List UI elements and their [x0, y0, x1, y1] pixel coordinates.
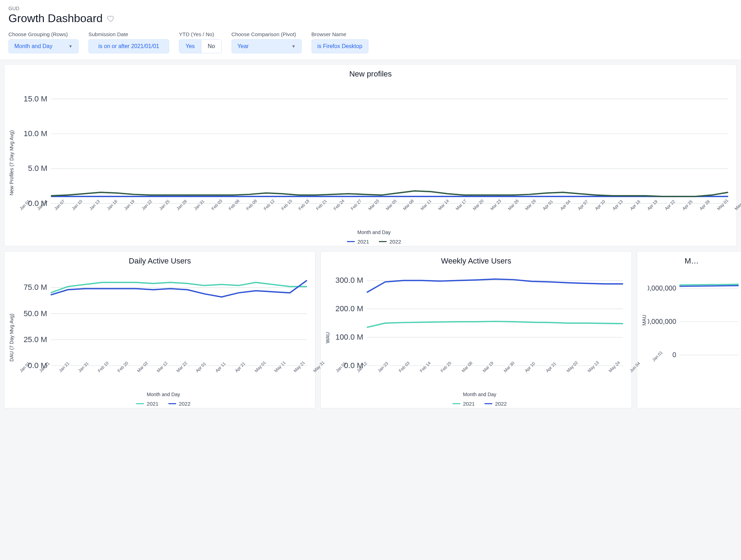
svg-text:100.0 M: 100.0 M: [335, 333, 363, 341]
chart-legend: 2021 2022: [331, 401, 628, 407]
x-axis-ticks: Jan 01Jan 11Jan 21Jan 31Feb 10Feb 20Mar …: [15, 369, 312, 382]
favorite-heart-icon[interactable]: [107, 15, 115, 22]
svg-text:300.0 M: 300.0 M: [335, 276, 363, 285]
chevron-down-icon: ▼: [292, 44, 296, 49]
chart-card-wau: Weekly Active Users WAU 0.0 M100.0 M200.…: [320, 251, 632, 408]
dashboard-header: GUD Growth Dashboard Choose Grouping (Ro…: [0, 0, 741, 60]
grouping-label: Choose Grouping (Rows): [8, 31, 79, 37]
svg-text:75.0 M: 75.0 M: [24, 283, 47, 292]
svg-text:5.0 M: 5.0 M: [28, 164, 47, 173]
x-axis-ticks: Jan 01Jan 04Jan 07Jan 10Jan 13Jan 16Jan …: [15, 207, 733, 220]
ytd-no-button[interactable]: No: [201, 40, 221, 53]
chart-svg-new-profiles: 0.0 M5.0 M10.0 M15.0 M: [15, 81, 733, 207]
chart-title: M…: [641, 256, 741, 266]
x-axis-label: Month and Day: [15, 392, 312, 397]
chart-legend: 2021 2022: [15, 401, 312, 407]
y-axis-label: WAU: [324, 268, 331, 407]
chart-card-dau: Daily Active Users DAU (7 Day Mvg Avg) 0…: [4, 251, 315, 408]
submission-date-filter[interactable]: is on or after 2021/01/01: [88, 39, 169, 53]
ytd-yes-button[interactable]: Yes: [179, 40, 201, 53]
grouping-select[interactable]: Month and Day ▼: [8, 39, 79, 53]
x-axis-label: Month and Day: [15, 229, 733, 235]
x-axis-ticks: Jan 01Jan 12: [648, 358, 741, 372]
comparison-label: Choose Comparison (Pivot): [232, 31, 302, 37]
svg-text:200,000,000: 200,000,000: [648, 284, 676, 292]
submission-date-value: is on or after 2021/01/01: [98, 43, 159, 49]
submission-date-label: Submission Date: [88, 31, 169, 37]
svg-text:100,000,000: 100,000,000: [648, 318, 676, 325]
svg-text:0: 0: [672, 351, 676, 358]
grouping-value: Month and Day: [14, 43, 53, 49]
chart-title: Weekly Active Users: [324, 256, 628, 266]
svg-text:15.0 M: 15.0 M: [24, 94, 47, 103]
x-axis-label: Month and Day: [331, 392, 628, 397]
ytd-toggle: Yes No: [179, 39, 222, 53]
browser-filter[interactable]: is Firefox Desktop: [312, 39, 368, 53]
legend-2022: 2022: [379, 239, 401, 245]
browser-label: Browser Name: [312, 31, 368, 37]
page-title: Growth Dashboard: [8, 12, 103, 25]
chart-title: New profiles: [8, 69, 733, 79]
dashboard-content: New profiles New Profiles (7 Day Mvg Avg…: [0, 60, 741, 418]
chevron-down-icon: ▼: [68, 44, 73, 49]
svg-text:200.0 M: 200.0 M: [335, 304, 363, 313]
comparison-select[interactable]: Year ▼: [232, 39, 302, 53]
filter-bar: Choose Grouping (Rows) Month and Day ▼ S…: [8, 31, 733, 60]
chart-card-mau: M… MAU 0100,000,000200,000,000 Jan 01Jan…: [637, 251, 741, 408]
ytd-label: YTD (Yes / No): [179, 31, 222, 37]
legend-2021: 2021: [347, 239, 369, 245]
svg-text:25.0 M: 25.0 M: [24, 335, 47, 344]
y-axis-label: DAU (7 Day Mvg Avg): [8, 268, 15, 407]
breadcrumb[interactable]: GUD: [8, 6, 733, 11]
x-axis-ticks: Jan 01Jan 12Jan 23Feb 03Feb 14Feb 25Mar …: [331, 369, 628, 382]
chart-svg-dau: 0.0 M25.0 M50.0 M75.0 M: [15, 268, 312, 369]
browser-value: is Firefox Desktop: [318, 43, 362, 49]
svg-text:10.0 M: 10.0 M: [24, 129, 47, 138]
chart-svg-mau: 0100,000,000200,000,000: [648, 268, 741, 358]
comparison-value: Year: [238, 43, 249, 49]
y-axis-label: New Profiles (7 Day Mvg Avg): [8, 81, 15, 245]
y-axis-label: MAU: [641, 268, 648, 372]
chart-legend: 2021 2022: [15, 239, 733, 245]
chart-title: Daily Active Users: [8, 256, 312, 266]
svg-text:50.0 M: 50.0 M: [24, 309, 47, 318]
chart-svg-wau: 0.0 M100.0 M200.0 M300.0 M: [331, 268, 628, 369]
chart-card-new-profiles: New profiles New Profiles (7 Day Mvg Avg…: [4, 64, 737, 246]
